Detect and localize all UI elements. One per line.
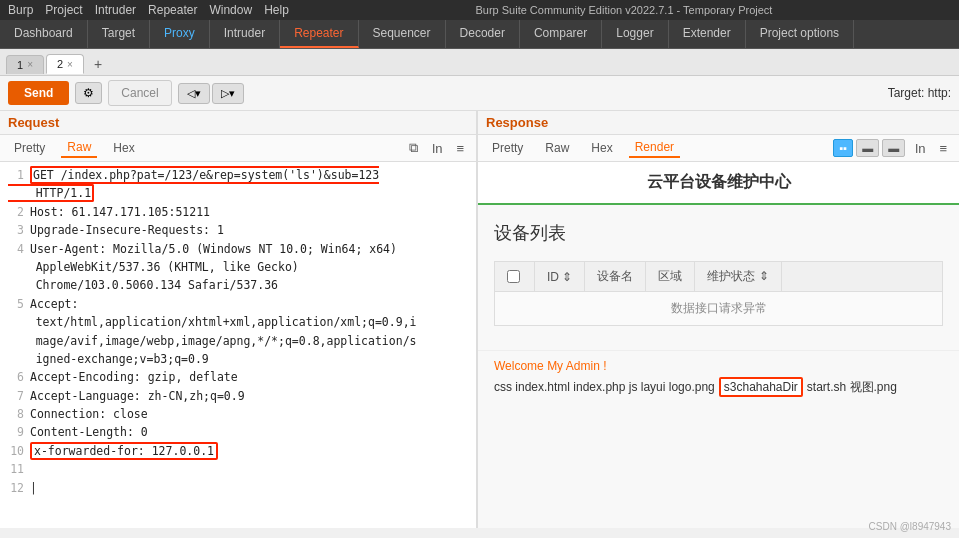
request-panel-tabs: Pretty Raw Hex ⧉ ln ≡ — [0, 135, 476, 162]
request-menu-icon[interactable]: ≡ — [452, 139, 468, 158]
nav-tabs: Dashboard Target Proxy Intruder Repeater… — [0, 20, 959, 49]
response-links-before: css index.html index.php js layui logo.p… — [494, 380, 715, 394]
menu-burp[interactable]: Burp — [8, 3, 33, 17]
nav-arrows: ◁▾ ▷▾ — [178, 83, 244, 104]
line-num-12: 12 — [8, 479, 24, 497]
app-title: Burp Suite Community Edition v2022.7.1 -… — [297, 4, 951, 16]
request-line-6: 6Accept-Encoding: gzip, deflate — [8, 368, 468, 386]
response-view-icons: ▪▪ ▬ ▬ — [833, 139, 905, 157]
line-num-5: 5 — [8, 295, 24, 313]
response-table-header: ID ⇕ 设备名 区域 维护状态 ⇕ — [494, 261, 943, 292]
nav-tab-project-options[interactable]: Project options — [746, 20, 854, 48]
repeater-tab-2-label: 2 — [57, 58, 63, 70]
settings-button[interactable]: ⚙ — [75, 82, 102, 104]
main-content: Request Pretty Raw Hex ⧉ ln ≡ 1GET /inde… — [0, 111, 959, 528]
request-ln-icon[interactable]: ln — [428, 139, 446, 158]
response-welcome: Welcome My Admin ! — [494, 359, 943, 373]
repeater-tabs: 1 × 2 × + — [0, 49, 959, 76]
line-num-1: 1 — [8, 166, 24, 184]
table-select-all[interactable] — [507, 270, 520, 283]
response-link-highlight: s3chahahaDir — [719, 377, 803, 397]
send-button[interactable]: Send — [8, 81, 69, 105]
menu-help[interactable]: Help — [264, 3, 289, 17]
response-links: css index.html index.php js layui logo.p… — [494, 377, 943, 397]
response-tab-raw[interactable]: Raw — [539, 139, 575, 157]
nav-tab-proxy[interactable]: Proxy — [150, 20, 210, 48]
response-th-checkbox — [495, 262, 535, 291]
line-num-9: 9 — [8, 423, 24, 441]
response-header: Response — [478, 111, 959, 135]
menu-intruder[interactable]: Intruder — [95, 3, 136, 17]
nav-tab-decoder[interactable]: Decoder — [446, 20, 520, 48]
repeater-tab-1-close[interactable]: × — [27, 59, 33, 70]
repeater-tab-1[interactable]: 1 × — [6, 55, 44, 74]
line-num-4: 4 — [8, 240, 24, 258]
nav-tab-repeater[interactable]: Repeater — [280, 20, 358, 48]
response-tab-pretty[interactable]: Pretty — [486, 139, 529, 157]
menu-repeater[interactable]: Repeater — [148, 3, 197, 17]
request-line-5: 5Accept: text/html,application/xhtml+xml… — [8, 295, 468, 369]
resp-icon-split[interactable]: ▪▪ — [833, 139, 853, 157]
response-content[interactable]: 云平台设备维护中心 设备列表 ID ⇕ 设备名 区域 维护状态 ⇕ 数据接口请求… — [478, 162, 959, 528]
request-line-4: 4User-Agent: Mozilla/5.0 (Windows NT 10.… — [8, 240, 468, 295]
line-num-11: 11 — [8, 460, 24, 478]
response-footer: Welcome My Admin ! css index.html index.… — [478, 350, 959, 405]
request-tab-raw[interactable]: Raw — [61, 138, 97, 158]
request-header: Request — [0, 111, 476, 135]
line-num-7: 7 — [8, 387, 24, 405]
request-panel: Request Pretty Raw Hex ⧉ ln ≡ 1GET /inde… — [0, 111, 478, 528]
request-tab-right: ⧉ ln ≡ — [405, 138, 468, 158]
repeater-tab-2-close[interactable]: × — [67, 59, 73, 70]
watermark: CSDN @l8947943 — [869, 521, 951, 532]
request-copy-icon[interactable]: ⧉ — [405, 138, 422, 158]
response-site-title: 云平台设备维护中心 — [478, 162, 959, 205]
response-th-device: 设备名 — [585, 262, 646, 291]
response-th-id: ID ⇕ — [535, 262, 585, 291]
line-num-6: 6 — [8, 368, 24, 386]
line-num-3: 3 — [8, 221, 24, 239]
nav-tab-sequencer[interactable]: Sequencer — [359, 20, 446, 48]
response-panel-tabs: Pretty Raw Hex Render ▪▪ ▬ ▬ ln ≡ — [478, 135, 959, 162]
line-num-8: 8 — [8, 405, 24, 423]
response-tab-hex[interactable]: Hex — [585, 139, 618, 157]
resp-icon-list[interactable]: ▬ — [856, 139, 879, 157]
nav-tab-intruder[interactable]: Intruder — [210, 20, 280, 48]
request-line-7: 7Accept-Language: zh-CN,zh;q=0.9 — [8, 387, 468, 405]
response-th-status: 维护状态 ⇕ — [695, 262, 781, 291]
line-num-2: 2 — [8, 203, 24, 221]
nav-tab-target[interactable]: Target — [88, 20, 150, 48]
nav-tab-logger[interactable]: Logger — [602, 20, 668, 48]
cancel-button[interactable]: Cancel — [108, 80, 171, 106]
request-line-8: 8Connection: close — [8, 405, 468, 423]
titlebar: Burp Project Intruder Repeater Window He… — [0, 0, 959, 20]
request-content[interactable]: 1GET /index.php?pat=/123/e&rep=system('l… — [0, 162, 476, 528]
request-line-3: 3Upgrade-Insecure-Requests: 1 — [8, 221, 468, 239]
target-label: Target: http: — [888, 86, 951, 100]
menu-bar: Burp Project Intruder Repeater Window He… — [8, 3, 289, 17]
menu-window[interactable]: Window — [209, 3, 252, 17]
menu-project[interactable]: Project — [45, 3, 82, 17]
request-line-11: 11 — [8, 460, 468, 478]
line-num-10: 10 — [8, 442, 24, 460]
response-panel: Response Pretty Raw Hex Render ▪▪ ▬ ▬ ln… — [478, 111, 959, 528]
response-ln-icon[interactable]: ln — [911, 139, 929, 158]
request-line-10: 10x-forwarded-for: 127.0.0.1 — [8, 442, 468, 460]
response-table-empty: 数据接口请求异常 — [494, 292, 943, 326]
next-button[interactable]: ▷▾ — [212, 83, 244, 104]
repeater-tab-1-label: 1 — [17, 59, 23, 71]
repeater-tab-2[interactable]: 2 × — [46, 54, 84, 74]
nav-tab-comparer[interactable]: Comparer — [520, 20, 602, 48]
response-th-area: 区域 — [646, 262, 695, 291]
repeater-tab-add[interactable]: + — [86, 53, 110, 75]
prev-button[interactable]: ◁▾ — [178, 83, 210, 104]
toolbar: Send ⚙ Cancel ◁▾ ▷▾ Target: http: — [0, 76, 959, 111]
nav-tab-dashboard[interactable]: Dashboard — [0, 20, 88, 48]
response-tab-render[interactable]: Render — [629, 138, 680, 158]
request-tab-hex[interactable]: Hex — [107, 139, 140, 157]
request-tab-pretty[interactable]: Pretty — [8, 139, 51, 157]
nav-tab-extender[interactable]: Extender — [669, 20, 746, 48]
request-line-12: 12 — [8, 479, 468, 497]
response-links-after: start.sh 视图.png — [807, 379, 897, 396]
response-menu-icon[interactable]: ≡ — [935, 139, 951, 158]
resp-icon-full[interactable]: ▬ — [882, 139, 905, 157]
